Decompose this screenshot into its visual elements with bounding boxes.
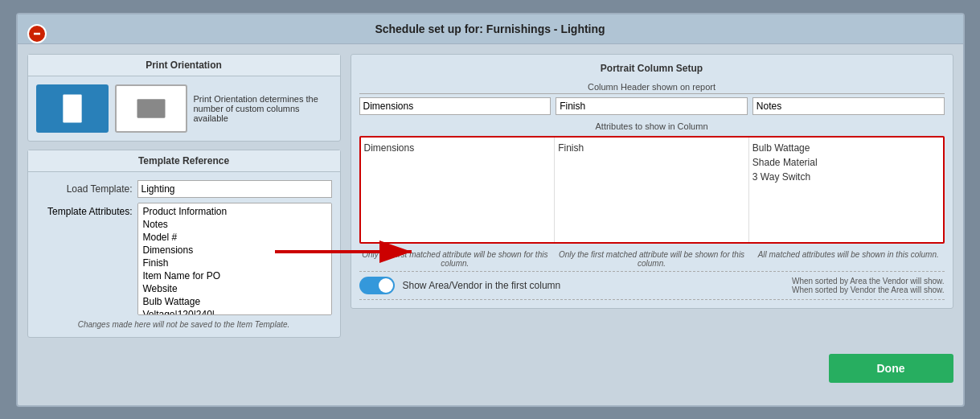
template-reference-header: Template Reference (28, 150, 340, 172)
attr-website[interactable]: Website (140, 282, 330, 295)
col3-header-input[interactable] (752, 97, 945, 115)
attr-finish[interactable]: Finish (140, 257, 330, 269)
load-template-input[interactable] (137, 180, 332, 198)
portrait-button[interactable] (36, 84, 109, 133)
template-reference-box: Template Reference Load Template: Templa… (27, 150, 341, 338)
orientation-options: Print Orientation determines the number … (36, 84, 332, 133)
template-note: Changes made here will not be saved to t… (36, 320, 332, 329)
col1-attr-text: Dimensions (364, 141, 552, 155)
cursor-icon (27, 24, 47, 43)
col-header-inputs-row (359, 97, 945, 115)
col-header-shown-label: Column Header shown on report (359, 82, 945, 94)
toggle-knob (379, 278, 393, 293)
print-orientation-header: Print Orientation (28, 55, 340, 76)
toggle-note-line2: When sorted by Vendor the Area will show… (792, 285, 945, 294)
load-template-label: Load Template: (36, 183, 133, 195)
dialog-footer: Done (18, 347, 963, 392)
col-notes-row: Only the first matched attribute will be… (359, 250, 945, 268)
toggle-note: When sorted by Area the Vendor will show… (792, 277, 945, 294)
print-orientation-box: Print Orientation Prin (27, 54, 341, 142)
template-attributes-list[interactable]: Product Information Notes Model # Dimens… (137, 203, 332, 315)
portrait-column-setup-box: Portrait Column Setup Column Header show… (351, 54, 953, 309)
col2-header-input[interactable] (556, 97, 748, 115)
attr-bulb-wattage[interactable]: Bulb Wattage (140, 295, 330, 308)
col1-header-input[interactable] (359, 97, 552, 115)
attr-product-info[interactable]: Product Information (140, 205, 330, 218)
portrait-column-setup-title: Portrait Column Setup (359, 63, 945, 74)
attributes-to-show-label: Attributes to show in Column (359, 121, 945, 131)
toggle-label: Show Area/Vendor in the first column (403, 280, 561, 291)
col1-note: Only the first matched attribute will be… (359, 250, 552, 268)
svg-rect-2 (63, 94, 81, 122)
col3-note: All matched attributes will be shown in … (752, 250, 945, 268)
landscape-button[interactable] (115, 84, 187, 133)
main-dialog: Schedule set up for: Furnishings - Light… (16, 13, 965, 407)
col1-attr-cell: Dimensions (361, 138, 556, 242)
svg-rect-3 (137, 99, 165, 117)
attr-voltage[interactable]: Voltage|120|240| (140, 308, 330, 315)
attr-item-name-po[interactable]: Item Name for PO (140, 269, 330, 282)
toggle-note-line1: When sorted by Area the Vendor will show… (792, 277, 945, 285)
right-panel: Portrait Column Setup Column Header show… (351, 54, 953, 338)
col3-attr-text: Bulb WattageShade Material3 Way Switch (752, 141, 940, 184)
done-button[interactable]: Done (829, 354, 953, 383)
col2-note: Only the first matched attribute will be… (556, 250, 748, 268)
dialog-title: Schedule set up for: Furnishings - Light… (18, 14, 963, 44)
col-attrs-row: Dimensions Finish Bulb WattageShade Mate… (359, 136, 945, 244)
col3-attr-cell: Bulb WattageShade Material3 Way Switch (749, 138, 943, 242)
template-attributes-label: Template Attributes: (36, 203, 133, 217)
column-setup: Column Header shown on report Attributes… (359, 82, 945, 300)
attr-notes[interactable]: Notes (140, 218, 330, 231)
orientation-description: Print Orientation determines the number … (194, 94, 322, 123)
show-area-vendor-toggle[interactable] (359, 277, 395, 294)
attr-model[interactable]: Model # (140, 231, 330, 244)
col2-attr-text: Finish (558, 141, 745, 155)
col2-attr-cell: Finish (555, 138, 749, 242)
attr-dimensions[interactable]: Dimensions (140, 244, 330, 257)
toggle-row: Show Area/Vendor in the first column Whe… (359, 271, 945, 300)
left-panel: Print Orientation Prin (27, 54, 341, 338)
